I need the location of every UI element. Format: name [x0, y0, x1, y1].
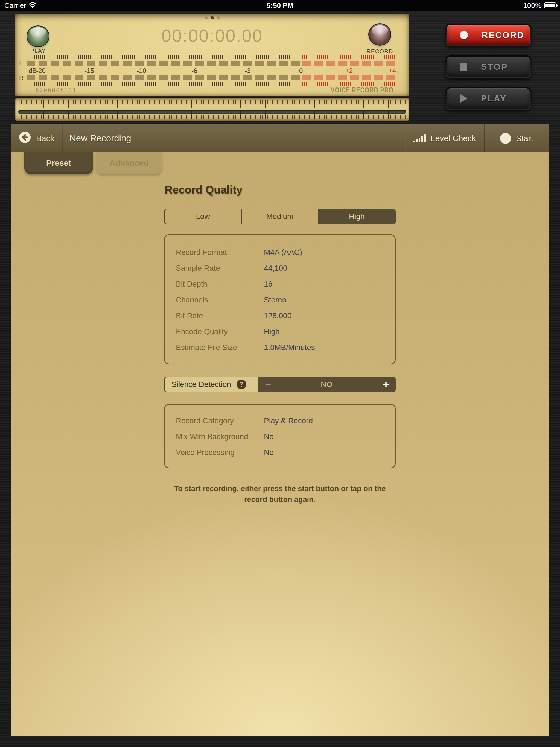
start-circle-icon	[500, 133, 511, 144]
info-value: No	[264, 448, 274, 457]
page-dot-active[interactable]	[210, 16, 214, 19]
play-button-bezel: PLAY	[446, 87, 531, 110]
serial-text: 6206006101	[35, 86, 77, 94]
silence-detection-row: Silence Detection ? − NO +	[164, 377, 396, 392]
ruler-ticks-top	[19, 100, 406, 108]
info-row: Encode Quality High	[165, 324, 395, 340]
info-label: Bit Depth	[176, 280, 264, 288]
info-value: Stereo	[264, 295, 286, 304]
meter-channel-l-blocks: L	[27, 61, 397, 66]
segment-high[interactable]: High	[318, 209, 395, 224]
page-title: New Recording	[70, 124, 131, 152]
info-label: Record Format	[176, 248, 264, 257]
brand-text: VOICE RECORD PRO	[331, 86, 393, 94]
start-button[interactable]: Start	[484, 124, 549, 152]
level-meter: L dB -20 -15 -10 -6 -3 0 +2 +4 R	[27, 55, 397, 86]
battery-icon	[544, 2, 556, 8]
info-row: Record Category Play & Record	[165, 413, 395, 429]
navbar: Back New Recording Level Check Start	[11, 124, 549, 152]
silence-label: Silence Detection	[172, 380, 231, 389]
ruler-ticks-bottom	[19, 110, 406, 119]
info-label: Mix With Background	[176, 432, 264, 441]
tape-ruler	[15, 98, 409, 121]
silence-stepper: − NO +	[258, 377, 396, 392]
channel-r-label: R	[19, 74, 24, 81]
level-check-icon	[413, 134, 426, 143]
info-label: Record Category	[176, 416, 264, 425]
level-check-label: Level Check	[431, 134, 476, 143]
info-value: 44,100	[264, 264, 287, 273]
meter-tick-strip-bottom	[27, 82, 397, 86]
info-value: 1.0MB/Minutes	[264, 343, 315, 352]
quality-segmented-control: Low Medium High	[164, 209, 396, 225]
page-dots[interactable]	[205, 16, 220, 19]
info-value: Play & Record	[264, 416, 313, 425]
tab-advanced[interactable]: Advanced	[96, 152, 162, 174]
play-triangle-icon	[460, 94, 467, 103]
info-label: Voice Processing	[176, 448, 264, 457]
tab-preset[interactable]: Preset	[24, 152, 93, 174]
stop-square-icon	[460, 63, 467, 71]
play-lamp-label: PLAY	[27, 48, 49, 54]
help-icon[interactable]: ?	[236, 380, 246, 389]
clock: 5:50 PM	[0, 1, 560, 10]
meter-scale-label: -6	[192, 67, 197, 75]
play-button-label: PLAY	[481, 94, 507, 104]
page-dot[interactable]	[217, 16, 220, 19]
info-row: Mix With Background No	[165, 429, 395, 445]
nav-divider	[62, 124, 63, 152]
info-label: Estimate File Size	[176, 343, 264, 352]
transport-controls: RECORD STOP PLAY	[446, 24, 531, 119]
stop-button-label: STOP	[481, 62, 508, 72]
status-bar: Carrier 5:50 PM 100%	[0, 0, 560, 11]
start-label: Start	[516, 134, 533, 143]
stop-button-bezel: STOP	[446, 55, 531, 78]
info-label: Encode Quality	[176, 327, 264, 336]
back-label: Back	[36, 134, 54, 143]
info-value: 16	[264, 280, 272, 288]
meter-tick-strip-top	[27, 55, 397, 59]
segment-low[interactable]: Low	[165, 209, 241, 224]
timer-display: 00:00:00.00	[15, 26, 409, 46]
info-row: Bit Rate 128,000	[165, 308, 395, 324]
category-info-panel: Record Category Play & Record Mix With B…	[164, 404, 396, 468]
back-button[interactable]: Back	[19, 124, 54, 152]
silence-label-box: Silence Detection ?	[164, 377, 258, 392]
record-lamp-indicator	[369, 24, 390, 45]
play-button[interactable]: PLAY	[447, 88, 530, 108]
battery-percent: 100%	[524, 1, 542, 10]
record-button[interactable]: RECORD	[447, 25, 530, 45]
meter-scale-label: -15	[84, 67, 94, 75]
info-value: High	[264, 327, 280, 336]
info-label: Bit Rate	[176, 311, 264, 320]
info-value: M4A (AAC)	[264, 248, 302, 257]
page-dot[interactable]	[205, 16, 208, 19]
record-lamp-label: RECORD	[363, 48, 397, 55]
record-button-bezel: RECORD	[446, 24, 531, 47]
silence-value: NO	[258, 380, 396, 389]
info-row: Sample Rate 44,100	[165, 260, 395, 276]
settings-panel: Preset Advanced Record Quality Low Mediu…	[11, 152, 549, 736]
meter-scale-label: -3	[245, 67, 251, 75]
minus-button[interactable]: −	[265, 379, 271, 390]
info-row: Estimate File Size 1.0MB/Minutes	[165, 340, 395, 356]
meter-scale-label: +4	[388, 67, 396, 75]
meter-scale: dB -20 -15 -10 -6 -3 0 +2 +4	[27, 67, 397, 74]
record-button-label: RECORD	[482, 30, 525, 40]
segment-medium[interactable]: Medium	[241, 209, 318, 224]
meter-scale-label: 0	[299, 67, 303, 75]
meter-scale-label: +2	[345, 67, 353, 75]
info-value: No	[264, 432, 274, 441]
record-quality-heading: Record Quality	[164, 184, 396, 196]
info-value: 128,000	[264, 311, 291, 320]
record-circle-icon	[460, 31, 468, 39]
back-icon	[19, 131, 31, 146]
info-row: Record Format M4A (AAC)	[165, 244, 395, 260]
info-row: Channels Stereo	[165, 292, 395, 308]
meter-scale-label: -10	[137, 67, 146, 75]
channel-l-label: L	[19, 60, 22, 67]
stop-button[interactable]: STOP	[447, 57, 530, 77]
recorder-deck: PLAY 00:00:00.00 RECORD L dB -20 -15 -10…	[15, 14, 409, 96]
plus-button[interactable]: +	[383, 379, 389, 390]
level-check-button[interactable]: Level Check	[405, 124, 484, 152]
